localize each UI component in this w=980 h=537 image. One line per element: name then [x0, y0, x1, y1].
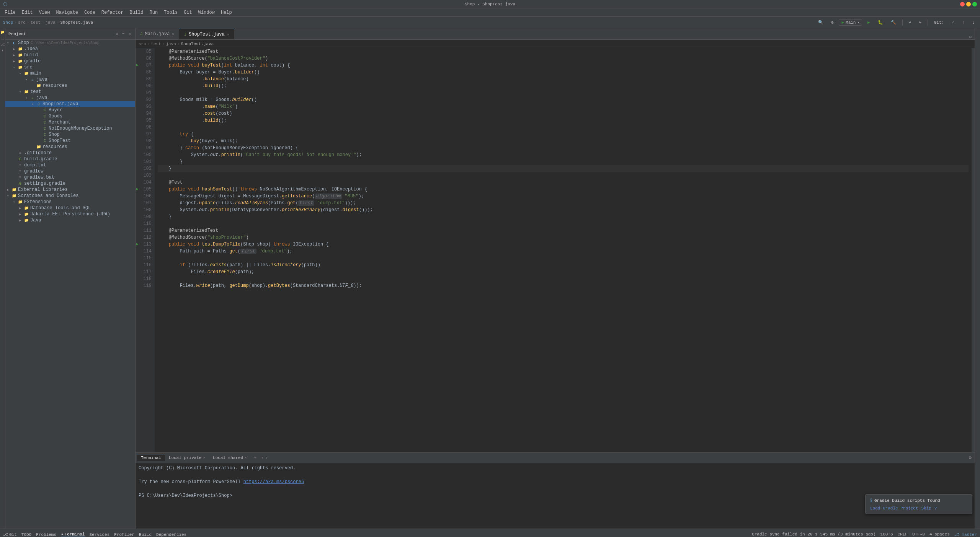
tab-close-main[interactable]: ✕	[172, 32, 174, 36]
tree-item-shop[interactable]: ▾ ◧ Shop C:\Users\Dev\IdeaProjects\Shop	[5, 40, 135, 46]
git-btn[interactable]: Git:	[932, 20, 946, 26]
tree-item-idea[interactable]: ▶ 📁 .idea	[5, 46, 135, 52]
push-btn[interactable]: ↑	[960, 20, 967, 26]
breadcrumb-java[interactable]: java	[166, 42, 176, 46]
menu-git[interactable]: Git	[181, 9, 195, 16]
menu-file[interactable]: File	[2, 9, 19, 16]
tab-close-shoptest[interactable]: ✕	[227, 32, 229, 37]
tree-item-resources-test[interactable]: 📁 resources	[5, 144, 135, 150]
tab-close-local-shared[interactable]: ✕	[245, 456, 247, 460]
tree-item-shoptest[interactable]: ▾ J ShopTest.java	[5, 101, 135, 107]
menu-run[interactable]: Run	[146, 9, 161, 16]
tree-item-build[interactable]: ▶ 📁 build	[5, 52, 135, 58]
tree-item-settings-gradle[interactable]: G settings.gradle	[5, 181, 135, 187]
tree-item-java-ext[interactable]: ▶ 📁 Java	[5, 217, 135, 223]
tree-item-dump[interactable]: ≡ dump.txt	[5, 162, 135, 168]
tab-main-java[interactable]: J Main.java ✕	[136, 29, 179, 39]
tree-item-main[interactable]: ▾ 📁 main	[5, 70, 135, 76]
menu-code[interactable]: Code	[81, 9, 98, 16]
tab-local-private[interactable]: Local private ✕	[165, 454, 209, 461]
tree-item-jakarta[interactable]: ▶ 📁 Jakarta EE: Persistence (JPA)	[5, 211, 135, 217]
build-btn[interactable]: 🔨	[889, 19, 898, 26]
run-btn[interactable]: ▶	[865, 19, 872, 26]
menu-edit[interactable]: Edit	[19, 9, 36, 16]
maximize-button[interactable]	[972, 2, 977, 7]
menu-view[interactable]: View	[36, 9, 53, 16]
breadcrumb-test[interactable]: test	[151, 42, 161, 46]
panel-close-btn[interactable]: ✕	[127, 31, 132, 37]
status-crlf[interactable]: CRLF	[898, 532, 908, 537]
undo-btn[interactable]: ↩	[906, 19, 914, 26]
load-gradle-btn[interactable]: Load Gradle Project	[870, 506, 918, 511]
bottom-profiler[interactable]: Profiler	[114, 532, 134, 537]
tree-item-build-gradle[interactable]: G build.gradle	[5, 156, 135, 162]
tree-item-shop-cls[interactable]: C Shop	[5, 132, 135, 138]
tab-close-local-private[interactable]: ✕	[203, 456, 205, 460]
tree-item-buyer[interactable]: C Buyer	[5, 107, 135, 113]
code-editor[interactable]: 85 86 ▶87 88 89 90 91 92 93 94 95 96 97 …	[136, 48, 975, 452]
terminal-settings-btn[interactable]: ⚙	[967, 455, 973, 461]
menu-refactor[interactable]: Refactor	[98, 9, 127, 16]
bottom-todo[interactable]: TODO	[21, 532, 31, 537]
bottom-problems[interactable]: Problems	[36, 532, 56, 537]
run-line-btn[interactable]: ▶	[136, 241, 139, 248]
tree-item-extensions[interactable]: ▾ 📁 Extensions	[5, 199, 135, 205]
run-line-btn[interactable]: ▶	[136, 62, 139, 69]
status-encoding[interactable]: UTF-8	[912, 532, 925, 537]
project-icon[interactable]: 📁	[0, 30, 5, 34]
redo-btn[interactable]: ↪	[916, 19, 924, 26]
menu-build[interactable]: Build	[126, 9, 146, 16]
run-config-dropdown[interactable]: ▶ Main ▾	[839, 19, 862, 26]
tree-item-java-main[interactable]: ▾ ☕ java	[5, 76, 135, 83]
bottom-terminal[interactable]: ▪ Terminal	[61, 532, 85, 537]
status-indent[interactable]: 4 spaces	[929, 532, 950, 537]
panel-collapse-btn[interactable]: −	[121, 31, 126, 37]
debug-btn[interactable]: 🐛	[875, 19, 885, 26]
tab-local-shared[interactable]: Local shared ✕	[209, 454, 251, 461]
tree-item-gradlew[interactable]: ≡ gradlew	[5, 168, 135, 174]
editor-scrollbar[interactable]	[972, 48, 975, 452]
tree-item-java-test[interactable]: ▾ ☕ java	[5, 95, 135, 101]
status-branch[interactable]: ⎇ master	[954, 532, 977, 537]
terminal-prev-btn[interactable]: ‹	[261, 456, 264, 460]
tree-item-db-tools[interactable]: ▶ 📁 Database Tools and SQL	[5, 205, 135, 211]
tree-item-gradlew-bat[interactable]: ≡ gradlew.bat	[5, 174, 135, 181]
settings-btn[interactable]: ⚙	[829, 19, 836, 26]
bottom-git[interactable]: ⎇ Git	[3, 532, 17, 537]
help-btn[interactable]: ?	[934, 506, 937, 511]
tree-item-gitignore[interactable]: ≡ .gitignore	[5, 150, 135, 156]
pull-requests-icon[interactable]: ⬆	[0, 48, 5, 53]
editor-settings-btn[interactable]: ⚙	[966, 34, 975, 39]
bottom-build[interactable]: Build	[139, 532, 152, 537]
close-button[interactable]	[960, 2, 965, 7]
tab-terminal[interactable]: Terminal	[137, 454, 165, 461]
search-btn[interactable]: 🔍	[816, 19, 826, 26]
pull-btn[interactable]: ↓	[970, 20, 977, 26]
menu-navigate[interactable]: Navigate	[53, 9, 81, 16]
tab-shoptest-java[interactable]: J ShopTest.java ✕	[179, 29, 234, 39]
git-icon[interactable]: ⎇	[0, 42, 5, 47]
tree-item-notenough[interactable]: C NotEnoughMoneyException	[5, 125, 135, 132]
bottom-services[interactable]: Services	[89, 532, 109, 537]
minimize-button[interactable]	[966, 2, 971, 7]
tree-item-merchant[interactable]: C Merchant	[5, 119, 135, 125]
tree-item-gradle-folder[interactable]: ▶ 📁 gradle	[5, 58, 135, 64]
tree-item-ext-libs[interactable]: ▶ 📁 External Libraries	[5, 187, 135, 193]
commit-btn[interactable]: ✓	[949, 19, 957, 26]
tree-item-resources[interactable]: 📁 resources	[5, 83, 135, 89]
menu-help[interactable]: Help	[218, 9, 235, 16]
powershell-link[interactable]: https://aka.ms/pscore6	[243, 479, 304, 485]
terminal-next-btn[interactable]: ›	[265, 456, 268, 460]
skip-btn[interactable]: Skip	[921, 506, 931, 511]
run-line-btn[interactable]: ▶	[136, 186, 139, 193]
terminal-content[interactable]: Copyright (C) Microsoft Corporation. All…	[136, 463, 975, 529]
panel-settings-btn[interactable]: ⚙	[114, 31, 119, 37]
tree-item-goods[interactable]: C Goods	[5, 113, 135, 119]
structure-icon[interactable]: ☰	[0, 36, 5, 41]
menu-window[interactable]: Window	[195, 9, 218, 16]
code-content[interactable]: @ParameterizedTest @MethodSource("balanc…	[155, 48, 972, 452]
bottom-dependencies[interactable]: Dependencies	[156, 532, 186, 537]
tree-item-test[interactable]: ▾ 📁 test	[5, 89, 135, 95]
breadcrumb-src[interactable]: src	[139, 42, 146, 46]
tree-item-scratches[interactable]: ▾ 📁 Scratches and Consoles	[5, 193, 135, 199]
